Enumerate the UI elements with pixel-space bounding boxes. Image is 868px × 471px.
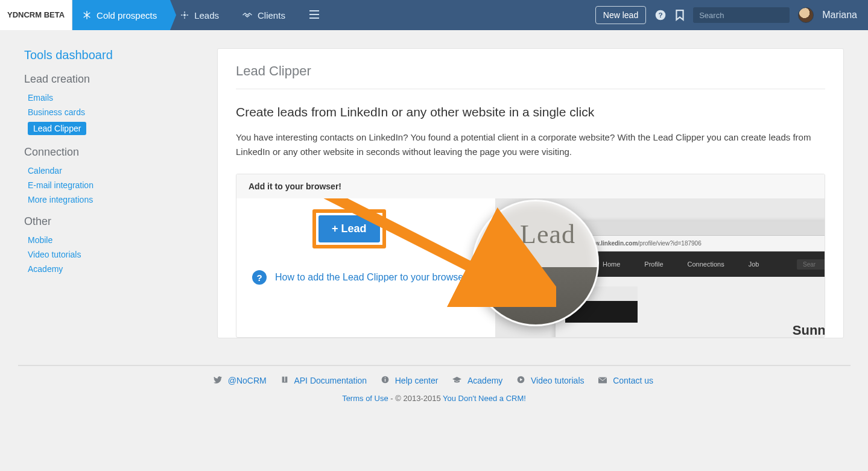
book-icon [281,376,291,385]
username[interactable]: Mariana [822,10,857,21]
sidebar-item-email-integration[interactable]: E-mail integration [28,180,93,190]
sidebar-item-academy[interactable]: Academy [28,264,63,274]
ydncrm-link[interactable]: You Don't Need a CRM! [443,394,526,403]
faux-url-path: /profile/view?id=187906 [638,240,701,247]
info-icon [381,376,391,385]
page: Tools dashboard Lead creation Emails Bus… [0,30,868,338]
side-section-other: Other [24,215,199,228]
page-title: Lead Clipper [236,63,825,89]
bookmarklet-frame: + Lead [312,209,386,248]
svg-rect-3 [309,17,319,19]
handshake-icon [242,11,253,19]
help-icon[interactable]: ? [654,9,667,21]
li-nav-item: Profile [644,261,663,268]
li-profile-name: Sunny [793,323,825,337]
li-nav-item: Job [749,261,759,268]
tools-dashboard-link[interactable]: Tools dashboard [24,48,199,62]
li-search [797,259,825,270]
sidebar-item-video-tutorials[interactable]: Video tutorials [28,250,81,259]
tab-label: Clients [258,10,285,21]
terms-link[interactable]: Terms of Use [342,394,388,403]
tab-label: Leads [194,10,219,21]
main: Lead Clipper Create leads from LinkedIn … [217,48,844,338]
brand[interactable]: YDNCRM BETA [0,0,72,30]
lead-bookmarklet-button[interactable]: + Lead [318,215,380,242]
svg-point-9 [385,377,386,378]
sidebar-item-emails[interactable]: Emails [28,93,53,103]
copyright: - © 2013-2015 [388,394,443,403]
bookmark-icon[interactable] [675,9,685,21]
arrow-icon [236,198,297,247]
footer-academy[interactable]: Academy [467,376,502,385]
svg-text:?: ? [659,11,663,19]
tab-cold-prospects[interactable]: Cold prospects [72,0,170,30]
footer-contact[interactable]: Contact us [613,376,653,385]
tab-label: Cold prospects [97,10,157,21]
search-input[interactable] [693,7,790,23]
magnifier-text: Lead [520,219,575,250]
magnifier-illustration: Lead [472,200,599,326]
svg-rect-8 [385,379,385,382]
lead-clipper-card: Lead Clipper Create leads from LinkedIn … [217,48,844,338]
side-section-connection: Connection [24,146,199,159]
snowflake-icon [82,10,92,20]
footer-video[interactable]: Video tutorials [531,376,584,385]
side-section-lead-creation: Lead creation [24,73,199,86]
side-list: Emails Business cards Lead Clipper [28,90,199,138]
svg-rect-1 [309,10,319,11]
sidebar-item-business-cards[interactable]: Business cards [28,107,85,117]
topnav-right: New lead ? Mariana [595,6,868,24]
nav-tabs: Cold prospects Leads Clients [72,0,299,30]
new-lead-button[interactable]: New lead [595,6,646,24]
footer-helpcenter[interactable]: Help center [395,376,439,385]
footer-nocrm[interactable]: @NoCRM [228,376,267,385]
panel-right: 🔒 https www.linkedin.com/profile/view?id… [495,198,825,337]
side-list: Mobile Video tutorials Academy [28,233,199,276]
cap-icon [452,376,464,385]
play-icon [517,376,527,385]
footer-api-doc[interactable]: API Documentation [294,376,367,385]
mail-icon [598,376,609,385]
top-nav: YDNCRM BETA Cold prospects Leads Clients… [0,0,868,30]
li-nav-item: Home [603,261,620,268]
footer: @NoCRM API Documentation Help center Aca… [18,365,851,413]
svg-point-0 [184,14,186,16]
panel-body: + Lead ? How to add the Lead Clipper to … [236,198,825,337]
sidebar-item-lead-clipper[interactable]: Lead Clipper [28,122,86,135]
twitter-icon [214,376,224,385]
sidebar: Tools dashboard Lead creation Emails Bus… [24,48,217,338]
tab-clients[interactable]: Clients [232,0,299,30]
browser-panel: Add it to your browser! [236,174,825,338]
li-nav-item: Connections [688,261,724,268]
sidebar-item-calendar[interactable]: Calendar [28,166,62,175]
side-list: Calendar E-mail integration More integra… [28,163,199,207]
headline: Create leads from LinkedIn or any other … [236,105,825,119]
how-to-link[interactable]: How to add the Lead Clipper to your brow… [275,270,472,285]
panel-left: + Lead ? How to add the Lead Clipper to … [236,198,495,337]
target-icon [180,10,189,20]
svg-rect-2 [309,14,319,15]
avatar[interactable] [798,7,814,23]
panel-title: Add it to your browser! [236,174,825,198]
sidebar-item-mobile[interactable]: Mobile [28,235,52,245]
sidebar-item-more-integrations[interactable]: More integrations [28,195,93,204]
description: You have interesting contacts on LinkedI… [236,130,825,159]
tab-leads[interactable]: Leads [170,0,232,30]
question-icon: ? [252,270,267,285]
